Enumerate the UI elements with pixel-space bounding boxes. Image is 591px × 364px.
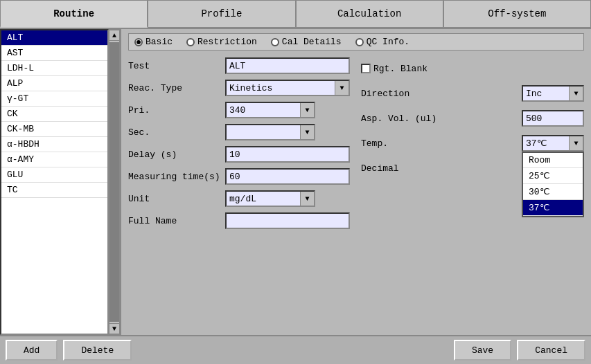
temp-option-37[interactable]: 37℃ <box>523 200 583 216</box>
radio-restriction[interactable]: Restriction <box>186 37 257 47</box>
temp-value: 37℃ <box>523 138 569 149</box>
sidebar-item-ck[interactable]: CK <box>1 107 107 122</box>
delete-button[interactable]: Delete <box>63 340 132 361</box>
add-button[interactable]: Add <box>6 340 58 361</box>
unit-dropdown[interactable]: mg/dL ▼ <box>225 190 315 207</box>
cancel-button[interactable]: Cancel <box>517 340 585 361</box>
temp-row: Temp. 37℃ ▼ Room 25℃ 30℃ 37℃ <box>361 134 584 153</box>
sidebar-item-tc[interactable]: TC <box>1 183 107 198</box>
pri-value: 340 <box>227 105 300 116</box>
unit-arrow[interactable]: ▼ <box>300 192 314 206</box>
scroll-up-button[interactable]: ▲ <box>109 30 120 41</box>
sidebar-list: ALT AST LDH-L ALP γ-GT CK CK-MB α-HBDH α… <box>0 29 109 335</box>
radio-restriction-label: Restriction <box>197 37 257 47</box>
temp-dropdown-container: 37℃ ▼ Room 25℃ 30℃ 37℃ <box>522 135 584 152</box>
content-area: Basic Restriction Cal Details QC Info. T <box>121 29 591 335</box>
pri-arrow[interactable]: ▼ <box>300 103 314 117</box>
sec-row: Sec. ▼ <box>128 122 350 142</box>
temp-option-30[interactable]: 30℃ <box>523 184 583 200</box>
sec-label: Sec. <box>128 127 225 138</box>
tab-bar: Routine Profile Calculation Off-system <box>0 0 591 29</box>
sec-arrow[interactable]: ▼ <box>300 125 314 139</box>
left-form: Test Reac. Type Kinetics ▼ Pri. 340 <box>128 56 350 230</box>
sidebar: ALT AST LDH-L ALP γ-GT CK CK-MB α-HBDH α… <box>0 29 121 335</box>
direction-value: Inc <box>523 89 569 99</box>
temp-dropdown-popup: Room 25℃ 30℃ 37℃ <box>522 152 584 217</box>
test-label: Test <box>128 61 225 71</box>
radio-bar: Basic Restriction Cal Details QC Info. <box>128 33 584 51</box>
reac-type-dropdown[interactable]: Kinetics ▼ <box>225 80 350 96</box>
pri-dropdown[interactable]: 340 ▼ <box>225 102 315 118</box>
sidebar-item-alt[interactable]: ALT <box>1 30 107 46</box>
reac-type-arrow[interactable]: ▼ <box>335 81 349 95</box>
sidebar-item-ast[interactable]: AST <box>1 46 107 61</box>
tab-profile[interactable]: Profile <box>148 0 295 28</box>
radio-caldetails[interactable]: Cal Details <box>271 37 342 47</box>
delay-row: Delay (s) <box>128 145 350 164</box>
temp-option-25[interactable]: 25℃ <box>523 168 583 184</box>
reac-type-value: Kinetics <box>227 83 335 93</box>
asp-vol-row: Asp. Vol. (ul) <box>361 109 584 128</box>
direction-row: Direction Inc ▼ <box>361 84 584 103</box>
tab-routine[interactable]: Routine <box>0 0 148 28</box>
temp-dropdown[interactable]: 37℃ ▼ <box>522 135 584 152</box>
direction-arrow[interactable]: ▼ <box>569 87 583 100</box>
radio-qcinfo-circle <box>355 38 364 46</box>
test-input[interactable] <box>225 57 350 74</box>
reac-type-label: Reac. Type <box>128 83 225 93</box>
direction-label: Direction <box>361 89 444 99</box>
radio-caldetails-label: Cal Details <box>282 37 342 47</box>
temp-option-room[interactable]: Room <box>523 153 583 168</box>
asp-vol-input[interactable] <box>522 110 584 127</box>
radio-qcinfo[interactable]: QC Info. <box>355 37 409 47</box>
unit-row: Unit mg/dL ▼ <box>128 189 350 208</box>
radio-qcinfo-label: QC Info. <box>367 37 409 47</box>
unit-label: Unit <box>128 194 225 204</box>
sidebar-item-hbdh[interactable]: α-HBDH <box>1 137 107 152</box>
fullname-label: Full Name <box>128 216 225 226</box>
sidebar-item-alp[interactable]: ALP <box>1 76 107 91</box>
temp-arrow[interactable]: ▼ <box>569 136 583 150</box>
sidebar-item-glu[interactable]: GLU <box>1 167 107 183</box>
sec-dropdown[interactable]: ▼ <box>225 124 315 140</box>
test-row: Test <box>128 56 350 75</box>
scroll-down-button[interactable]: ▼ <box>109 323 120 334</box>
direction-dropdown[interactable]: Inc ▼ <box>522 85 584 102</box>
sidebar-item-amy[interactable]: α-AMY <box>1 152 107 167</box>
reac-type-row: Reac. Type Kinetics ▼ <box>128 78 350 98</box>
rgt-blank-checkbox[interactable] <box>361 64 371 73</box>
sidebar-item-ckmb[interactable]: CK-MB <box>1 122 107 137</box>
asp-vol-label: Asp. Vol. (ul) <box>361 113 444 124</box>
form-grid: Test Reac. Type Kinetics ▼ Pri. 340 <box>128 56 584 230</box>
measuring-label: Measuring time(s) <box>128 172 225 182</box>
radio-basic-label: Basic <box>145 37 173 47</box>
rgt-blank-row: Rgt. Blank <box>361 59 584 78</box>
temp-label: Temp. <box>361 138 444 149</box>
radio-basic[interactable]: Basic <box>134 37 173 47</box>
rgt-blank-checkbox-row[interactable]: Rgt. Blank <box>361 64 427 74</box>
tab-offsystem[interactable]: Off-system <box>443 0 591 28</box>
pri-label: Pri. <box>128 105 225 116</box>
delay-label: Delay (s) <box>128 149 225 160</box>
unit-value: mg/dL <box>227 194 300 204</box>
fullname-input[interactable] <box>225 212 350 229</box>
save-button[interactable]: Save <box>454 340 511 361</box>
measuring-input[interactable] <box>225 168 350 185</box>
rgt-blank-label: Rgt. Blank <box>373 64 427 74</box>
decimal-label: Decimal <box>361 163 444 174</box>
sidebar-scrollbar[interactable]: ▲ ▼ <box>109 29 120 335</box>
sidebar-item-ygt[interactable]: γ-GT <box>1 91 107 107</box>
sidebar-item-ldhl[interactable]: LDH-L <box>1 61 107 76</box>
tab-calculation[interactable]: Calculation <box>296 0 443 28</box>
sidebar-list-area: ALT AST LDH-L ALP γ-GT CK CK-MB α-HBDH α… <box>0 29 120 335</box>
bottom-toolbar: Add Delete Save Cancel <box>0 335 591 364</box>
radio-restriction-circle <box>186 38 195 46</box>
pri-row: Pri. 340 ▼ <box>128 100 350 120</box>
fullname-row: Full Name <box>128 211 350 230</box>
radio-basic-circle <box>134 38 143 46</box>
delay-input[interactable] <box>225 146 350 163</box>
measuring-row: Measuring time(s) <box>128 167 350 186</box>
main-layout: ALT AST LDH-L ALP γ-GT CK CK-MB α-HBDH α… <box>0 29 591 335</box>
radio-caldetails-circle <box>271 38 279 46</box>
right-form: Rgt. Blank Direction Inc ▼ Asp. Vol. (ul… <box>361 56 584 230</box>
